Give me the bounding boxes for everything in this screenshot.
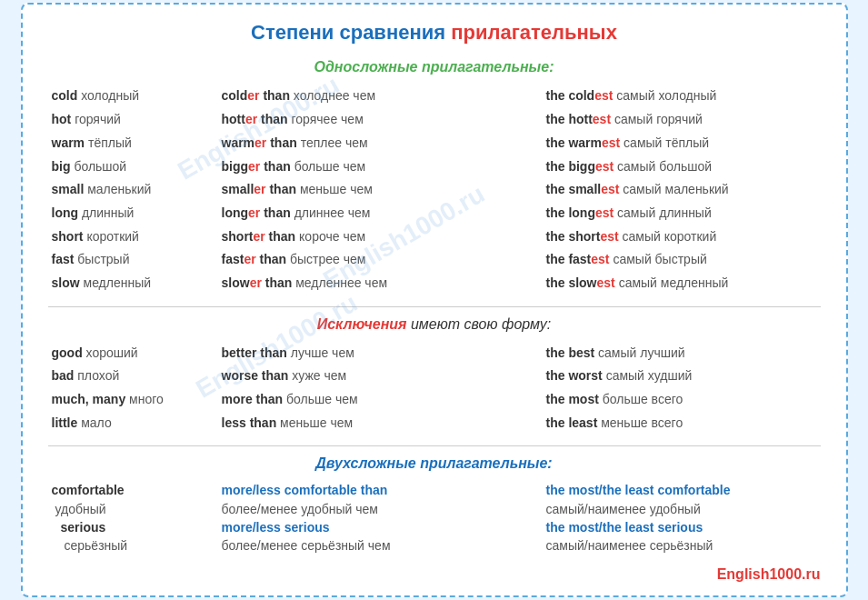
section3-title-text: Двухсложные прилагательные: [315,455,552,471]
title-part1: Степени сравнения [251,21,451,44]
table-row: hot горячий hotter than горячее чем the … [48,108,821,132]
table-row: fast быстрый faster than быстрее чем the… [48,248,821,272]
table-row: удобный более/менее удобный чем самый/на… [48,500,821,518]
divider-2 [48,445,821,446]
title-part2: прилагательных [451,21,617,44]
table-row: cold холодный colder than холоднее чем t… [48,85,821,108]
main-card: English1000.ru English1000.ru English100… [21,3,848,596]
table-row: serious more/less serious the most/the l… [48,518,821,536]
table-row: comfortable more/less comfortable than t… [48,481,821,499]
branding: English1000.ru [48,566,821,583]
section2-title-plain: имеют свою форму: [406,316,551,332]
one-syllable-table: cold холодный colder than холоднее чем t… [48,85,821,295]
section2-title: Исключения имеют свою форму: [48,316,821,333]
table-row: warm тёплый warmer than теплее чем the w… [48,132,821,155]
section1-title-text: Односложные прилагательные: [314,59,554,75]
page-title: Степени сравнения прилагательных [48,21,821,45]
section2-title-red: Исключения [317,316,407,332]
table-row: bad плохой worse than хуже чем the worst… [48,365,821,388]
table-row: серьёзный более/менее серьёзный чем самы… [48,536,821,555]
table-row: long длинный longer than длиннее чем the… [48,202,821,225]
section3-title: Двухсложные прилагательные: [48,455,821,472]
section1-title: Односложные прилагательные: [48,59,821,75]
exceptions-table: good хороший better than лучше чем the b… [48,342,821,435]
divider-1 [48,306,821,307]
table-row: big большой bigger than больше чем the b… [48,155,821,179]
table-row: much, many много more than больше чем th… [48,388,821,412]
two-syllable-table: comfortable more/less comfortable than t… [48,481,821,555]
table-row: slow медленный slower than медленнее чем… [48,272,821,295]
table-row: good хороший better than лучше чем the b… [48,342,821,365]
table-row: little мало less than меньше чем the lea… [48,412,821,435]
table-row: short короткий shorter than короче чем t… [48,225,821,249]
table-row: small маленький smaller than меньше чем … [48,178,821,202]
